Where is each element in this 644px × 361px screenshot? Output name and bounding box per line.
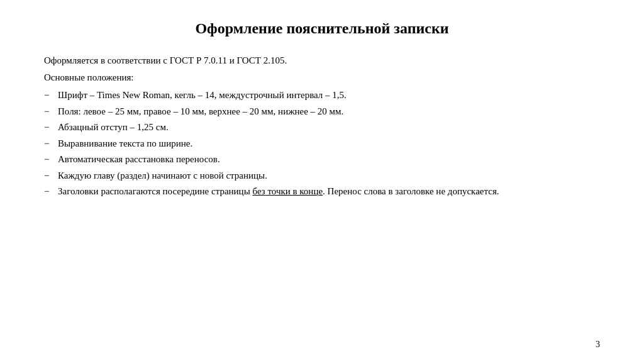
bullet-text: Каждую главу (раздел) начинают с новой с… xyxy=(58,169,600,183)
list-item: − Заголовки располагаются посередине стр… xyxy=(44,184,600,199)
page-title: Оформление пояснительной записки xyxy=(44,19,600,38)
intro-paragraph: Оформляется в соответствии с ГОСТ Р 7.0.… xyxy=(44,53,600,68)
bullet-list: − Шрифт – Times New Roman, кегль – 14, м… xyxy=(44,88,600,199)
bullet-dash: − xyxy=(44,136,58,151)
bullet-dash: − xyxy=(44,120,58,135)
list-item: − Шрифт – Times New Roman, кегль – 14, м… xyxy=(44,88,600,103)
list-item: − Каждую главу (раздел) начинают с новой… xyxy=(44,169,600,183)
bullet-dash: − xyxy=(44,152,58,167)
bullet-text: Абзацный отступ – 1,25 см. xyxy=(58,120,600,135)
bullet-dash: − xyxy=(44,184,58,199)
section-header: Основные положения: xyxy=(44,70,600,85)
bullet-dash: − xyxy=(44,88,58,103)
bullet-dash: − xyxy=(44,104,58,119)
page-number: 3 xyxy=(596,340,600,350)
bullet-dash: − xyxy=(44,169,58,183)
bullet-text: Заголовки располагаются посередине стран… xyxy=(58,184,600,199)
list-item: − Выравнивание текста по ширине. xyxy=(44,136,600,151)
bullet-text: Выравнивание текста по ширине. xyxy=(58,136,600,151)
underlined-text: без точки в конце xyxy=(252,186,323,196)
list-item: − Автоматическая расстановка переносов. xyxy=(44,152,600,167)
page: Оформление пояснительной записки Оформля… xyxy=(0,0,644,361)
bullet-text: Поля: левое – 25 мм, правое – 10 мм, вер… xyxy=(58,104,600,119)
list-item: − Абзацный отступ – 1,25 см. xyxy=(44,120,600,135)
bullet-text: Автоматическая расстановка переносов. xyxy=(58,152,600,167)
bullet-text: Шрифт – Times New Roman, кегль – 14, меж… xyxy=(58,88,600,103)
list-item: − Поля: левое – 25 мм, правое – 10 мм, в… xyxy=(44,104,600,119)
